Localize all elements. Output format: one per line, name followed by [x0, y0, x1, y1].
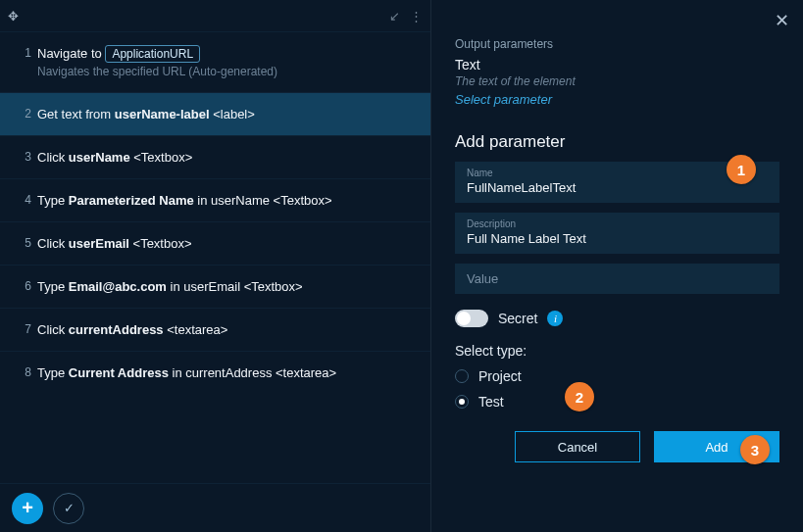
type-test-label: Test	[478, 394, 504, 410]
radio-icon	[455, 395, 469, 409]
step-item[interactable]: 4Type Parameterized Name in userName <Te…	[0, 178, 430, 221]
step-number: 4	[14, 193, 31, 207]
add-parameter-heading: Add parameter	[455, 132, 779, 152]
name-field-value: FullNameLabelText	[467, 180, 768, 195]
step-number: 3	[14, 150, 31, 164]
step-title: Type Email@abc.com in userEmail <Textbox…	[37, 279, 421, 294]
type-test-option[interactable]: Test	[455, 394, 779, 410]
parameter-chip[interactable]: ApplicationURL	[105, 45, 200, 63]
step-item[interactable]: 1Navigate to ApplicationURLNavigates the…	[0, 31, 430, 92]
description-field[interactable]: Description Full Name Label Text	[455, 213, 779, 254]
description-field-label: Description	[467, 218, 768, 229]
description-field-value: Full Name Label Text	[467, 231, 768, 246]
step-item[interactable]: 8Type Current Address in currentAddress …	[0, 351, 430, 394]
validate-steps-button[interactable]: ✓	[53, 493, 84, 524]
value-field-placeholder: Value	[467, 271, 768, 286]
step-title: Get text from userName-label <label>	[37, 107, 421, 121]
select-parameter-link[interactable]: Select parameter	[455, 92, 779, 107]
radio-icon	[455, 369, 469, 383]
step-item[interactable]: 3Click userName <Textbox>	[0, 135, 430, 178]
step-subtitle: Navigates the specified URL (Auto-genera…	[37, 65, 421, 78]
step-title: Click userName <Textbox>	[37, 150, 421, 165]
cancel-button[interactable]: Cancel	[515, 431, 640, 462]
step-number: 8	[14, 365, 31, 379]
step-number: 5	[14, 236, 31, 250]
step-number: 1	[14, 46, 31, 60]
output-text-description: The text of the element	[455, 74, 779, 88]
collapse-icon[interactable]: ↙	[389, 9, 400, 24]
step-title: Click userEmail <Textbox>	[37, 236, 421, 251]
step-item[interactable]: 6Type Email@abc.com in userEmail <Textbo…	[0, 265, 430, 308]
step-number: 6	[14, 279, 31, 293]
move-handle-icon[interactable]: ✥	[8, 9, 19, 24]
step-title: Navigate to ApplicationURL	[37, 46, 421, 61]
steps-list: 1Navigate to ApplicationURLNavigates the…	[0, 31, 430, 483]
type-project-option[interactable]: Project	[455, 368, 779, 384]
step-number: 2	[14, 107, 31, 121]
more-icon[interactable]: ⋮	[410, 9, 423, 24]
secret-info-icon[interactable]: i	[547, 311, 563, 326]
add-step-button[interactable]: +	[12, 493, 43, 524]
secret-toggle[interactable]	[455, 310, 488, 327]
select-type-label: Select type:	[455, 343, 779, 359]
step-item[interactable]: 2Get text from userName-label <label>	[0, 92, 430, 135]
step-number: 7	[14, 322, 31, 336]
annotation-callout-2: 2	[565, 382, 594, 411]
step-item[interactable]: 5Click userEmail <Textbox>	[0, 221, 430, 265]
output-text-heading: Text	[455, 57, 779, 73]
value-field[interactable]: Value	[455, 264, 779, 294]
annotation-callout-1: 1	[727, 155, 756, 184]
step-title: Type Parameterized Name in userName <Tex…	[37, 193, 421, 208]
type-project-label: Project	[478, 368, 522, 384]
secret-toggle-label: Secret	[498, 311, 537, 326]
name-field-label: Name	[467, 168, 768, 178]
step-title: Type Current Address in currentAddress <…	[37, 365, 421, 380]
output-parameters-label: Output parameters	[455, 37, 779, 51]
annotation-callout-3: 3	[740, 435, 770, 464]
close-icon[interactable]: ✕	[775, 10, 789, 31]
step-item[interactable]: 7Click currentAddress <textarea>	[0, 308, 430, 351]
step-title: Click currentAddress <textarea>	[37, 322, 421, 337]
